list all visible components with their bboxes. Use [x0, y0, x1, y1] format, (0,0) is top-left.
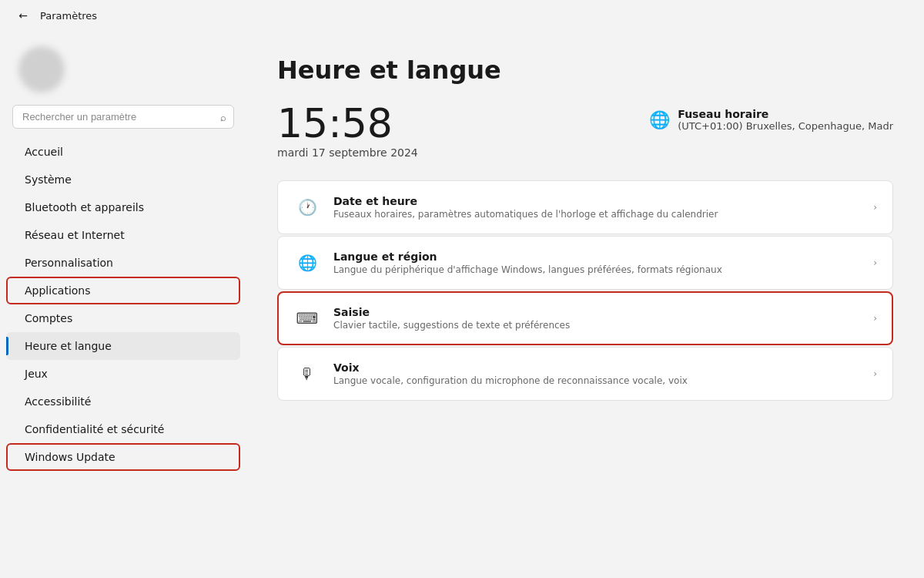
settings-item-voix[interactable]: 🎙 Voix Langue vocale, configuration du m…: [277, 347, 893, 401]
date-heure-text: Date et heure Fuseaux horaires, paramètr…: [333, 195, 718, 220]
timezone-block: 🌐 Fuseau horaire (UTC+01:00) Bruxelles, …: [649, 103, 893, 132]
sidebar-item-confidentialite[interactable]: Confidentialité et sécurité: [6, 415, 240, 443]
saisie-desc: Clavier tactile, suggestions de texte et…: [333, 320, 570, 331]
date-display: mardi 17 septembre 2024: [277, 146, 418, 159]
timezone-value: (UTC+01:00) Bruxelles, Copenhague, Madr: [678, 120, 893, 132]
page-title: Heure et langue: [277, 55, 893, 85]
sidebar-item-personnalisation[interactable]: Personnalisation: [6, 249, 240, 277]
sidebar-item-bluetooth[interactable]: Bluetooth et appareils: [6, 193, 240, 221]
settings-item-langue-region[interactable]: 🌐 Langue et région Langue du périphériqu…: [277, 236, 893, 290]
langue-region-icon: 🌐: [293, 249, 321, 277]
titlebar: ← Paramètres: [0, 0, 924, 31]
sidebar-item-accessibilite[interactable]: Accessibilité: [6, 388, 240, 415]
sidebar: ⌕ AccueilSystèmeBluetooth et appareilsRé…: [0, 31, 246, 578]
date-heure-icon: 🕐: [293, 193, 321, 221]
voix-arrow: ›: [873, 368, 877, 379]
langue-region-desc: Langue du périphérique d'affichage Windo…: [333, 264, 722, 275]
date-heure-title: Date et heure: [333, 195, 718, 207]
sidebar-item-jeux[interactable]: Jeux: [6, 360, 240, 388]
search-icon: ⌕: [220, 111, 226, 123]
sidebar-item-applications[interactable]: Applications: [6, 277, 240, 304]
time-header: 15:58 mardi 17 septembre 2024 🌐 Fuseau h…: [277, 103, 893, 159]
sidebar-item-heure[interactable]: Heure et langue: [6, 332, 240, 360]
sidebar-item-windows-update[interactable]: Windows Update: [6, 443, 240, 471]
user-avatar: [18, 46, 65, 92]
time-display: 15:58: [277, 103, 418, 143]
saisie-text: Saisie Clavier tactile, suggestions de t…: [333, 306, 570, 331]
titlebar-title: Paramètres: [40, 10, 97, 22]
search-container: ⌕: [12, 105, 234, 129]
settings-list: 🕐 Date et heure Fuseaux horaires, paramè…: [277, 180, 893, 401]
saisie-title: Saisie: [333, 306, 570, 318]
settings-item-saisie[interactable]: ⌨ Saisie Clavier tactile, suggestions de…: [277, 291, 893, 345]
sidebar-item-reseau[interactable]: Réseau et Internet: [6, 221, 240, 249]
main-layout: ⌕ AccueilSystèmeBluetooth et appareilsRé…: [0, 31, 924, 578]
saisie-icon: ⌨: [293, 304, 321, 332]
voix-desc: Langue vocale, configuration du micropho…: [333, 375, 688, 386]
saisie-arrow: ›: [873, 313, 877, 324]
date-heure-desc: Fuseaux horaires, paramètres automatique…: [333, 209, 718, 220]
sidebar-item-systeme[interactable]: Système: [6, 166, 240, 193]
langue-region-title: Langue et région: [333, 250, 722, 263]
time-block: 15:58 mardi 17 septembre 2024: [277, 103, 418, 159]
langue-region-text: Langue et région Langue du périphérique …: [333, 250, 722, 275]
voix-title: Voix: [333, 361, 688, 374]
timezone-text: Fuseau horaire (UTC+01:00) Bruxelles, Co…: [678, 108, 893, 132]
date-heure-arrow: ›: [873, 202, 877, 213]
langue-region-arrow: ›: [873, 257, 877, 268]
back-button[interactable]: ←: [12, 5, 34, 26]
voix-text: Voix Langue vocale, configuration du mic…: [333, 361, 688, 386]
timezone-icon: 🌐: [649, 110, 670, 129]
settings-item-date-heure[interactable]: 🕐 Date et heure Fuseaux horaires, paramè…: [277, 180, 893, 234]
timezone-label: Fuseau horaire: [678, 108, 893, 120]
sidebar-item-comptes[interactable]: Comptes: [6, 304, 240, 332]
nav-list: AccueilSystèmeBluetooth et appareilsRése…: [0, 138, 246, 471]
sidebar-item-accueil[interactable]: Accueil: [6, 138, 240, 166]
search-input[interactable]: [12, 105, 234, 129]
voix-icon: 🎙: [293, 360, 321, 388]
content-area: Heure et langue 15:58 mardi 17 septembre…: [246, 31, 924, 578]
